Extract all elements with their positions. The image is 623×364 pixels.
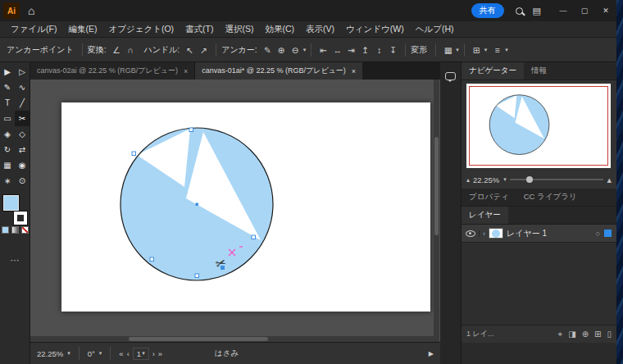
chevron-down-icon[interactable]: ▾	[456, 47, 459, 53]
more-tools-button[interactable]: ⋯	[11, 255, 20, 266]
curvature-tool[interactable]: ∿	[15, 80, 30, 95]
expand-chevron-icon[interactable]: ›	[483, 230, 485, 238]
panel-options-icon[interactable]: ⊞	[470, 43, 484, 57]
close-button[interactable]: ✕	[595, 0, 616, 21]
zoom-slider[interactable]	[510, 179, 604, 180]
horizontal-scrollbar[interactable]	[30, 336, 434, 342]
minimize-button[interactable]: —	[553, 0, 574, 21]
remove-anchor-icon[interactable]: ⊖	[289, 43, 302, 57]
zoom-level[interactable]: 22.25%	[37, 349, 63, 358]
control-menu-icon[interactable]: ≡	[490, 43, 504, 57]
artboard-number-field[interactable]: 1 ▾	[133, 348, 149, 360]
search-icon[interactable]	[516, 7, 523, 15]
type-tool[interactable]: T	[0, 95, 15, 111]
fill-swatch[interactable]	[3, 195, 19, 211]
chevron-down-icon[interactable]: ▾	[505, 47, 508, 53]
navigator-view-box[interactable]	[469, 86, 608, 166]
layer-row[interactable]: › レイヤー 1 ○	[462, 225, 616, 243]
maximize-button[interactable]: ▢	[574, 0, 595, 21]
rotation-value[interactable]: 0°	[88, 349, 95, 358]
scissors-tool[interactable]: ✂	[15, 111, 30, 126]
tab-cc-libraries[interactable]: CC ライブラリ	[516, 189, 584, 206]
menu-help[interactable]: ヘルプ(H)	[410, 24, 460, 35]
chevron-down-icon[interactable]: ▾	[67, 350, 70, 357]
chevron-down-icon[interactable]: ▾	[503, 176, 507, 183]
menu-view[interactable]: 表示(V)	[300, 24, 340, 35]
align-top-icon[interactable]: ↥	[358, 43, 372, 57]
previous-artboard-button[interactable]: ‹	[127, 349, 130, 358]
chevron-down-icon[interactable]: ▾	[142, 350, 145, 357]
tab-layers[interactable]: レイヤー	[462, 207, 508, 224]
workspace-switcher-icon[interactable]: ▤	[533, 6, 541, 16]
locate-object-icon[interactable]: ⌖	[558, 330, 563, 339]
align-center-v-icon[interactable]: ↕	[372, 43, 386, 57]
align-center-h-icon[interactable]: ↔	[330, 43, 344, 57]
target-circle-icon[interactable]: ○	[596, 230, 600, 238]
visibility-cell[interactable]	[462, 230, 480, 237]
stroke-swatch[interactable]	[14, 212, 27, 225]
delete-layer-icon[interactable]: ▯	[607, 330, 612, 339]
menu-edit[interactable]: 編集(E)	[62, 24, 102, 35]
menu-window[interactable]: ウィンドウ(W)	[340, 24, 410, 35]
chevron-down-icon[interactable]: ▾	[484, 47, 488, 53]
paintbrush-tool[interactable]: ◈	[0, 126, 15, 142]
transform-button[interactable]: 変形	[411, 44, 427, 56]
scrollbar-thumb[interactable]	[434, 137, 439, 235]
direct-selection-tool[interactable]: ▷	[15, 64, 30, 80]
scrollbar-thumb[interactable]	[129, 337, 268, 341]
line-segment-tool[interactable]: ╱	[15, 95, 30, 111]
selection-indicator[interactable]	[604, 230, 612, 237]
convert-smooth-icon[interactable]: ∩	[123, 43, 137, 57]
shaper-tool[interactable]: ◇	[15, 126, 30, 142]
mesh-tool[interactable]: ▦	[0, 157, 15, 173]
navigator-preview[interactable]	[466, 84, 611, 168]
menu-select[interactable]: 選択(S)	[219, 24, 259, 35]
grid-options-icon[interactable]: ▦	[441, 43, 455, 57]
chevron-down-icon[interactable]: ▾	[99, 350, 102, 357]
zoom-out-icon[interactable]: ▴	[466, 176, 470, 184]
tab-navigator[interactable]: ナビゲーター	[462, 62, 524, 80]
scale-tool[interactable]: ⇄	[15, 142, 30, 157]
last-artboard-button[interactable]: »	[158, 349, 162, 358]
menu-file[interactable]: ファイル(F)	[5, 24, 62, 35]
close-tab-icon[interactable]: ×	[184, 67, 188, 75]
align-left-icon[interactable]: ⇤	[316, 43, 330, 57]
canvas-area[interactable]: ✂	[30, 80, 440, 342]
add-anchor-icon[interactable]: ⊕	[275, 43, 289, 57]
menu-effect[interactable]: 効果(C)	[259, 24, 300, 35]
artwork-circle[interactable]: ✂	[61, 102, 430, 312]
tab-info[interactable]: 情報	[524, 62, 554, 80]
convert-corner-icon[interactable]: ∠	[109, 43, 123, 57]
menu-object[interactable]: オブジェクト(O)	[102, 24, 180, 35]
selection-tool[interactable]: ▶	[0, 64, 15, 80]
color-mode-icon[interactable]	[2, 226, 9, 234]
comments-panel-icon[interactable]	[445, 72, 456, 80]
next-artboard-button[interactable]: ›	[152, 349, 155, 358]
none-mode-icon[interactable]	[21, 226, 29, 234]
zoom-in-icon[interactable]: ▴	[607, 175, 612, 185]
tab-properties[interactable]: プロパティ	[462, 189, 516, 206]
hand-tool[interactable]: ∗	[0, 173, 15, 189]
document-tab-canvas-02[interactable]: canvas-02ai @ 22.25 % (RGB/プレビュー) ×	[30, 62, 195, 80]
document-tab-canvas-01[interactable]: canvas-01ai* @ 22.25 % (RGB/プレビュー) ×	[195, 62, 362, 80]
vertical-scrollbar[interactable]	[434, 80, 439, 342]
rotate-tool[interactable]: ↻	[0, 142, 15, 157]
chevron-down-icon[interactable]: ▾	[303, 47, 307, 53]
eye-icon[interactable]	[466, 230, 475, 237]
zoom-tool[interactable]: ⊙	[15, 173, 30, 189]
layer-thumbnail[interactable]	[489, 228, 503, 239]
menu-type[interactable]: 書式(T)	[180, 24, 219, 35]
align-right-icon[interactable]: ⇥	[344, 43, 358, 57]
eyedropper-tool[interactable]: ◉	[15, 157, 30, 173]
first-artboard-button[interactable]: «	[119, 349, 123, 358]
home-icon[interactable]: ⌂	[28, 4, 34, 17]
rectangle-tool[interactable]: ▭	[0, 111, 15, 126]
illustrator-logo-icon[interactable]: Ai	[3, 2, 20, 19]
new-layer-icon[interactable]: ⊞	[594, 330, 601, 339]
status-play-icon[interactable]: ▶	[429, 350, 434, 357]
new-sublayer-icon[interactable]: ⊕	[582, 330, 589, 339]
align-bottom-icon[interactable]: ↧	[386, 43, 400, 57]
share-button[interactable]: 共有	[471, 3, 504, 18]
navigator-zoom-value[interactable]: 22.25%	[473, 175, 499, 184]
show-handles-icon[interactable]: ↖	[183, 43, 197, 57]
